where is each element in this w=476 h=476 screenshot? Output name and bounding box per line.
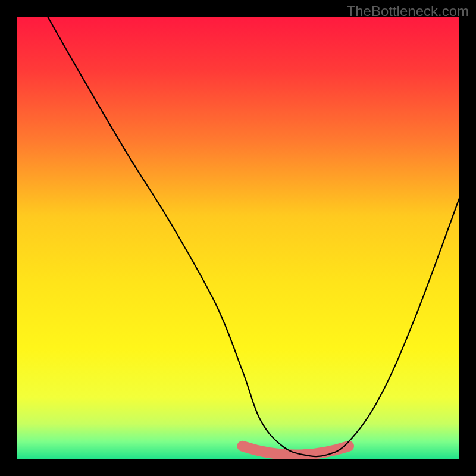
chart-plot-area	[17, 17, 459, 459]
watermark-text: TheBottleneck.com	[347, 3, 469, 20]
chart-svg	[17, 17, 459, 459]
chart-frame: TheBottleneck.com	[0, 0, 476, 476]
chart-background	[17, 17, 459, 459]
